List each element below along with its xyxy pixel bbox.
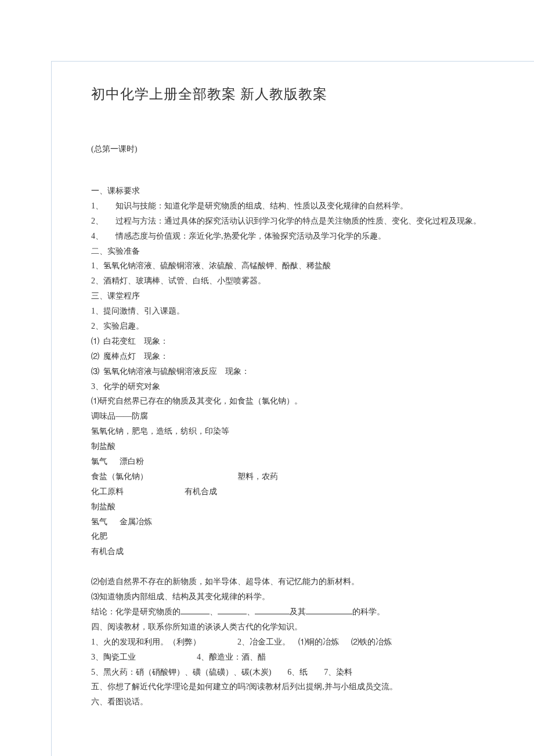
fill-blank (218, 606, 247, 614)
body-line: 调味品——防腐 (91, 409, 528, 424)
text-segment: 有机合成 (185, 487, 217, 496)
body-line: 1、氢氧化钠溶液、硫酸铜溶液、浓硫酸、高锰酸钾、酚酞、稀盐酸 (91, 258, 528, 273)
body-line: 氢氧化钠，肥皂，造纸，纺织，印染等 (91, 424, 528, 439)
body-line: ⑴研究自然界已存在的物质及其变化，如食盐（氯化钠）。 (91, 394, 528, 409)
body-line: 制盐酸 (91, 439, 528, 454)
body-line: 2、酒精灯、玻璃棒、试管、白纸、小型喷雾器。 (91, 273, 528, 289)
body-line: ⑴ 白花变红 现象： (91, 334, 528, 349)
text-segment: 、 (210, 607, 218, 616)
body-line: 化肥 (91, 529, 528, 544)
body-line: 3、化学的研究对象 (91, 379, 528, 394)
body-line: 结论：化学是研究物质的、、及其的科学。 (91, 604, 528, 620)
body-line: 氢气 金属冶炼 (91, 514, 528, 530)
body-line: 一、课标要求 (91, 183, 528, 199)
body-line: 食盐（氯化钠） 塑料，农药 (91, 469, 528, 484)
body-line: ⑵ 魔棒点灯 现象： (91, 349, 528, 364)
body-line: 1、火的发现和利用。（利弊） 2、冶金工业。 ⑴铜的冶炼 ⑵铁的冶炼 (91, 635, 528, 650)
body-line: 化工原料 有机合成 (91, 484, 528, 499)
body-line: ⑶ 氢氧化钠溶液与硫酸铜溶液反应 现象： (91, 364, 528, 379)
page-frame: 初中化学上册全部教案 新人教版教案 (总第一课时) 一、课标要求 1、 知识与技… (51, 61, 534, 756)
body-line: ⑵创造自然界不存在的新物质，如半导体、超导体、有记忆能力的新材料。 (91, 574, 528, 589)
body-line: 六、看图说话。 (91, 694, 528, 710)
body-line: 3、陶瓷工业 4、酿造业：酒、醋 (91, 650, 528, 665)
body-line: 五、你想了解近代化学理论是如何建立的吗?阅读教材后列出提纲,并与小组成员交流。 (91, 679, 528, 694)
text-segment: 的科学。 (352, 607, 385, 616)
text-segment: 食盐（氯化钠） (91, 472, 148, 481)
body-line: ⑶知道物质内部组成、结构及其变化规律的科学。 (91, 589, 528, 604)
body-line: 有机合成 (91, 544, 528, 559)
body-line: 5、黑火药：硝（硝酸钾）、磺（硫磺）、碳(木炭) 6、纸 7、染料 (91, 665, 528, 680)
body-line: 三、课堂程序 (91, 289, 528, 304)
text-segment: 结论：化学是研究物质的 (91, 607, 181, 616)
body-line (91, 559, 528, 574)
document-subtitle: (总第一课时) (91, 144, 528, 154)
body-line: 2、实验启趣。 (91, 319, 528, 334)
text-segment: 、 (247, 607, 255, 616)
body-line: 4、 情感态度与价值观：亲近化学,热爱化学，体验探究活动及学习化学的乐趣。 (91, 229, 528, 244)
body-line: 制盐酸 (91, 499, 528, 514)
body-line: 四、阅读教材，联系你所知道的谈谈人类古代的化学知识。 (91, 620, 528, 635)
body-line: 1、 知识与技能：知道化学是研究物质的组成、结构、性质以及变化规律的自然科学。 (91, 199, 528, 214)
document-body: 一、课标要求 1、 知识与技能：知道化学是研究物质的组成、结构、性质以及变化规律… (91, 183, 528, 710)
text-segment: 及其 (290, 607, 306, 616)
body-line: 氯气 漂白粉 (91, 454, 528, 469)
document-title: 初中化学上册全部教案 新人教版教案 (91, 85, 528, 103)
fill-blank (255, 606, 290, 614)
fill-blank (181, 606, 210, 614)
fill-blank (306, 606, 352, 614)
text-segment: 化工原料 (91, 487, 124, 496)
body-line: 1、提问激情、引入课题。 (91, 304, 528, 319)
text-segment: 塑料，农药 (237, 472, 278, 481)
body-line: 二、实验准备 (91, 244, 528, 259)
body-line: 2、 过程与方法：通过具体的探究活动认识到学习化学的特点是关注物质的性质、变化、… (91, 214, 528, 229)
